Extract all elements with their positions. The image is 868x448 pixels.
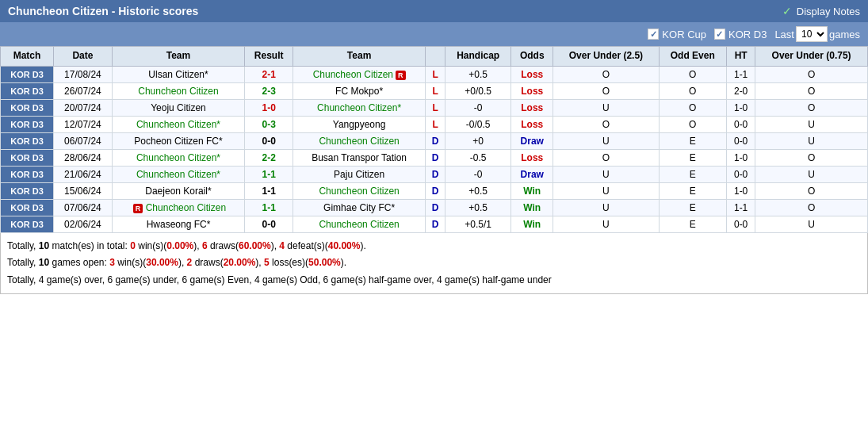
ht-cell: 0-0 — [727, 132, 755, 149]
date-cell: 02/06/24 — [54, 216, 113, 232]
oe-cell: O — [659, 116, 727, 132]
league-cell: KOR D3 — [1, 182, 54, 199]
team1-cell: R Chuncheon Citizen — [112, 199, 245, 216]
league-cell: KOR D3 — [1, 166, 54, 182]
team1-cell: Chuncheon Citizen — [112, 82, 245, 99]
handicap-cell: +0.5 — [445, 199, 511, 216]
display-notes-label: Display Notes — [797, 6, 860, 17]
league-cell: KOR D3 — [1, 132, 54, 149]
handicap-cell: -0/0.5 — [445, 116, 511, 132]
team2-cell: Gimhae City FC* — [293, 199, 426, 216]
display-notes-check: ✓ — [782, 5, 792, 17]
ht-cell: 2-0 — [727, 82, 755, 99]
league-cell: KOR D3 — [1, 99, 54, 116]
handicap-cell: +0.5/1 — [445, 216, 511, 232]
display-notes-control[interactable]: ✓ Display Notes — [782, 5, 860, 17]
score-cell: 1-1 — [245, 182, 293, 199]
ht-cell: 1-0 — [727, 182, 755, 199]
kor-d3-filter[interactable]: KOR D3 — [714, 29, 767, 40]
result-cell: L — [426, 99, 445, 116]
handicap-cell: +0.5 — [445, 182, 511, 199]
ou2-cell: U — [755, 216, 868, 232]
s1-wins-pct: 0.00% — [166, 240, 193, 251]
s1-defeats-label: defeat(s)( — [285, 240, 328, 251]
ht-cell: 0-0 — [727, 216, 755, 232]
oe-cell: O — [659, 82, 727, 99]
table-row: KOR D317/08/24Ulsan Citizen*2-1Chuncheon… — [1, 66, 868, 82]
games-selector[interactable]: Last 10 5 15 20 All games — [774, 26, 860, 42]
red-card-icon: R — [133, 204, 143, 213]
kor-cup-checkbox[interactable] — [648, 29, 659, 40]
odds-cell: Loss — [511, 149, 553, 166]
date-cell: 26/07/24 — [54, 82, 113, 99]
handicap-cell: -0.5 — [445, 149, 511, 166]
summary-line2: Totally, 10 games open: 3 win(s)(30.00%)… — [7, 255, 861, 272]
s1-wins: 0 — [130, 240, 136, 251]
games-count-select[interactable]: 10 5 15 20 All — [796, 26, 828, 42]
handicap-cell: -0 — [445, 99, 511, 116]
oe-cell: O — [659, 66, 727, 82]
date-cell: 17/08/24 — [54, 66, 113, 82]
score-cell: 0-3 — [245, 116, 293, 132]
odds-cell: Loss — [511, 99, 553, 116]
col-result-wdl — [426, 47, 445, 67]
col-ht: HT — [727, 47, 755, 67]
s1-draws: 6 — [202, 240, 208, 251]
s1-wins-end: ), — [193, 240, 202, 251]
result-cell: L — [426, 82, 445, 99]
table-row: KOR D326/07/24Chuncheon Citizen2-3FC Mok… — [1, 82, 868, 99]
date-cell: 15/06/24 — [54, 182, 113, 199]
odds-cell: Win — [511, 216, 553, 232]
score-cell: 1-1 — [245, 199, 293, 216]
s2-total: 10 — [39, 257, 49, 268]
s2-losses-end: ). — [341, 257, 346, 268]
table-row: KOR D306/07/24Pocheon Citizen FC*0-0Chun… — [1, 132, 868, 149]
odds-cell: Draw — [511, 132, 553, 149]
kor-cup-filter[interactable]: KOR Cup — [648, 29, 706, 40]
ht-cell: 0-0 — [727, 116, 755, 132]
col-team1: Team — [112, 47, 245, 67]
header-title: Chuncheon Citizen - Historic scores — [8, 5, 198, 17]
games-label: games — [829, 29, 860, 40]
s2-wins-end: ), — [178, 257, 187, 268]
s2-wins-label: win(s)( — [115, 257, 146, 268]
result-cell: D — [426, 216, 445, 232]
ht-cell: 1-1 — [727, 199, 755, 216]
s1-total: 10 — [39, 240, 49, 251]
oe-cell: O — [659, 99, 727, 116]
table-row: KOR D312/07/24Chuncheon Citizen*0-3Yangp… — [1, 116, 868, 132]
score-cell: 0-0 — [245, 216, 293, 232]
s2-pre: Totally, — [7, 257, 39, 268]
date-cell: 06/07/24 — [54, 132, 113, 149]
kor-d3-checkbox[interactable] — [714, 29, 725, 40]
handicap-cell: +0 — [445, 132, 511, 149]
s1-wins-label: win(s)( — [136, 240, 166, 251]
summary-line3: Totally, 4 game(s) over, 6 game(s) under… — [7, 272, 861, 289]
team2-cell: Paju Citizen — [293, 166, 426, 182]
table-row: KOR D321/06/24Chuncheon Citizen*1-1Paju … — [1, 166, 868, 182]
ou-cell: U — [553, 182, 659, 199]
s2-losses-pct: 50.00% — [308, 257, 341, 268]
ht-cell: 0-0 — [727, 166, 755, 182]
result-cell: L — [426, 116, 445, 132]
col-match: Match — [1, 47, 54, 67]
score-cell: 2-2 — [245, 149, 293, 166]
odds-cell: Draw — [511, 166, 553, 182]
table-row: KOR D307/06/24R Chuncheon Citizen1-1Gimh… — [1, 199, 868, 216]
ou2-cell: U — [755, 116, 868, 132]
team1-cell: Chuncheon Citizen* — [112, 166, 245, 182]
last-label: Last — [774, 29, 794, 40]
scores-table: Match Date Team Result Team Handicap Odd… — [0, 46, 868, 233]
ou-cell: U — [553, 132, 659, 149]
score-cell: 0-0 — [245, 132, 293, 149]
team1-cell: Pocheon Citizen FC* — [112, 132, 245, 149]
team1-cell: Chuncheon Citizen* — [112, 116, 245, 132]
team1-cell: Hwaseong FC* — [112, 216, 245, 232]
table-row: KOR D315/06/24Daejeon Korail*1-1Chuncheo… — [1, 182, 868, 199]
col-date: Date — [54, 47, 113, 67]
team2-cell: Chuncheon Citizen — [293, 132, 426, 149]
kor-d3-label: KOR D3 — [728, 29, 767, 40]
ou-cell: U — [553, 166, 659, 182]
team2-cell: Busan Transpor Tation — [293, 149, 426, 166]
team2-cell: Chuncheon Citizen — [293, 216, 426, 232]
